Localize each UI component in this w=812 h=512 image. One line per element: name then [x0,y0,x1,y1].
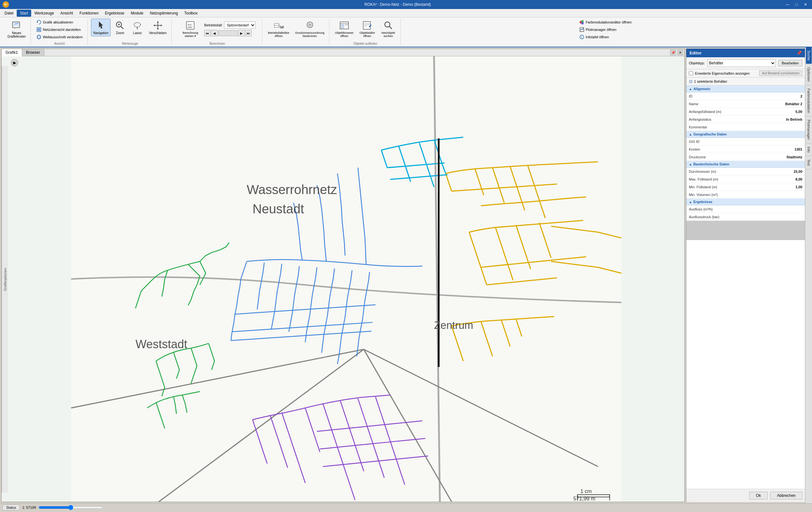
nav-play-button[interactable]: ▶ [238,30,244,36]
section-allgemein-header[interactable]: ▲ Allgemein [686,86,805,92]
objecttype-select[interactable]: Behälter [707,59,776,67]
properties-panel: ▲ Allgemein ID 2 Name Behälter 2 Anfangs… [686,86,805,489]
svg-point-10 [38,35,40,39]
menu-ansicht[interactable]: Ansicht [57,10,76,17]
plotmanager-button[interactable]: Plotmanager öffnen [577,26,634,33]
zoom-icon [115,20,125,31]
grafik-aktualisieren-button[interactable]: Grafik aktualisieren [34,19,85,26]
browser-icon [339,20,349,31]
berechnung-starten-button[interactable]: f(x) calc Berechnungstarten ▾ [179,19,202,39]
netzuebersicht-button[interactable]: Netzübersicht darstellen [34,26,85,33]
status-button[interactable]: Status [3,505,20,510]
prop-fuellstand-value: 5,00 [777,110,802,114]
svg-marker-6 [37,21,38,23]
ansicht-col: Grafik aktualisieren Netzübersicht darst… [34,19,85,41]
svg-line-46 [581,29,582,30]
betriebsfall-row: Betriebsfall: Spitzenbedarf [204,22,255,29]
infotafel-button[interactable]: i Infotafel öffnen [577,33,634,41]
svg-line-47 [582,28,583,30]
betriebsfall-select[interactable]: Spitzenbedarf [224,22,256,29]
verschieben-button[interactable]: Verschieben [147,19,169,36]
objekte-group-label: Objekte auflisten [353,41,377,45]
menu-werkzeuge[interactable]: Werkzeuge [31,10,57,17]
menu-start[interactable]: Start [17,10,31,17]
refresh-icon [36,20,41,25]
prop-status-value: In Betrieb [777,117,802,121]
navigation-button[interactable]: Navigation [91,19,111,36]
right-tab-suche[interactable]: Suche [806,47,812,64]
close-button[interactable]: ✕ [802,2,809,7]
farbmodulation-button[interactable]: Farbmodulationseditor öffnen [577,19,634,26]
zoom-button[interactable]: Zoom [112,19,128,36]
lasso-button[interactable]: Lasso [129,19,145,36]
nav-first-button[interactable]: ⏮ [204,30,210,36]
tab-close-button[interactable]: ✕ [677,50,683,55]
section-geo-header[interactable]: ▲ Geografische Daten [686,131,805,138]
section-bau-header[interactable]: ▲ Bautechnische Daten [686,161,805,168]
svg-text:+: + [14,27,16,29]
verschieben-label: Verschieben [149,31,167,35]
map-container[interactable]: Grafikoptionen ▶ [2,56,685,502]
prop-maxfuell-value: 8,00 [777,177,802,181]
prop-minfuell-row: Min. Füllstand (m) 1,00 [686,183,805,191]
right-tab-optionen[interactable]: Optionen [806,64,812,85]
menu-toolbox[interactable]: Toolbox [181,10,201,17]
ribbon-betrieb-items: Betriebs-fall Betriebsfalleditoröffnen D… [265,19,327,45]
cancel-button[interactable]: Abbrechen [770,492,802,500]
tab-grafik1[interactable]: Grafik1 [2,49,22,56]
grafik-optionen-label[interactable]: Grafikoptionen [2,66,8,493]
right-tab-farbmodulation[interactable]: Farbmodulation [806,85,812,116]
right-tab-plotmanager[interactable]: Plotmanager [806,116,812,143]
druckzonen-button[interactable]: Druckzonenzuordnungbestimmen [293,19,327,39]
editor-title: Editor [690,51,702,55]
prop-knoten-label: Knoten [689,147,777,151]
objekteditor-button[interactable]: Objekteditoröffnen [357,19,377,39]
maximize-button[interactable]: □ [793,2,801,7]
menu-funktionen[interactable]: Funktionen [76,10,102,17]
right-tab-info[interactable]: Info [806,143,812,156]
minimize-button[interactable]: — [784,2,791,7]
menu-datei[interactable]: Datei [1,10,17,17]
ribbon-group-extras: Farbmodulationseditor öffnen Plotmanager… [402,19,809,45]
extended-props-checkbox[interactable] [689,71,693,75]
objekteditor-label: Objekteditoröffnen [359,31,375,38]
prop-knoten-row: Knoten 1301 [686,145,805,153]
ribbon-objekte-items: Objektbrowseröffnen Objekteditoröffnen [333,19,398,41]
editor-checkrow: Erweiterte Eigenschaften anzeigen Auf Be… [686,69,805,78]
prop-id-label: ID [689,94,777,98]
svg-line-13 [121,26,123,29]
right-tab-test[interactable]: Test [806,156,812,169]
extras-col: Farbmodulationseditor öffnen Plotmanager… [577,19,634,41]
tab-pin-button[interactable]: 📌 [670,50,676,55]
zoom-slider-container [38,505,135,510]
svg-point-29 [309,24,311,25]
svg-point-9 [37,35,41,39]
betriebsfalleditor-button[interactable]: Betriebs-fall Betriebsfalleditoröffnen [265,19,292,39]
section-ergebnisse-header[interactable]: ▲ Ergebnisse [686,198,805,205]
netzobjekt-label: Netzobjektsuchen [381,31,395,38]
graphics-panel: Grafik1 Browser 📌 ✕ Grafikoptionen ▶ [1,49,685,502]
weltausschnitt-button[interactable]: Weltausschnitt verändern [34,33,85,41]
tab-browser[interactable]: Browser [22,49,45,56]
infotafel-label: Infotafel öffnen [586,35,609,39]
menu-ergebnisse[interactable]: Ergebnisse [102,10,127,17]
objektbrowser-button[interactable]: Objektbrowseröffnen [333,19,356,39]
ok-button[interactable]: Ok [749,492,767,500]
svg-rect-35 [363,22,370,29]
ergebnisse-label: Ergebnisse [693,200,712,204]
menu-module[interactable]: Module [127,10,147,17]
nav-next-button[interactable]: ⏭ [245,30,252,36]
grafik-icon: + [11,20,22,31]
svg-line-45 [581,29,581,30]
editor-pin-icon[interactable]: 📌 [796,51,802,55]
nav-prev-button[interactable]: ◀ [211,30,218,36]
reset-button[interactable]: Auf Bestand zurücksetzen [759,71,802,76]
zoom-slider[interactable] [38,505,103,510]
neues-grafikfenster-button[interactable]: + NeuesGrafikfenster [5,19,28,40]
svg-text:i: i [581,36,582,39]
edit-button[interactable]: Bearbeiten [778,60,802,66]
netzobjekt-suchen-button[interactable]: Netzobjektsuchen [379,19,398,39]
ribbon-group-werkzeuge: Navigation Zoom [88,19,172,45]
prop-fuellstand-row: Anfangsfüllstand (m) 5,00 [686,108,805,115]
menu-netzoptimierung[interactable]: Netzoptimierung [147,10,181,17]
